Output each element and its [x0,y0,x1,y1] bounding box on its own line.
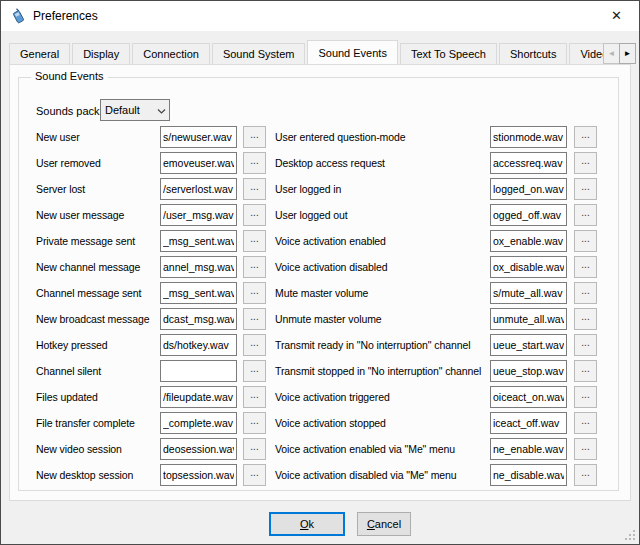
sound-event-row-unmute-master-volume: Unmute master volume... [275,306,605,332]
browse-button[interactable]: ... [243,152,266,174]
browse-button[interactable]: ... [574,308,597,330]
sound-event-label: Server lost [36,176,85,202]
sound-event-label: Hotkey pressed [36,332,108,358]
sound-event-row-new-user: New user... [36,124,304,150]
browse-button[interactable]: ... [243,282,266,304]
sound-event-row-voice-activation-disabled: Voice activation disabled... [275,254,605,280]
sound-file-input[interactable] [160,438,237,460]
sound-file-input[interactable] [490,204,567,226]
sound-file-input[interactable] [160,282,237,304]
sound-file-input[interactable] [160,412,237,434]
sound-file-input[interactable] [160,386,237,408]
sound-event-label: Voice activation stopped [275,410,386,436]
sound-event-row-file-transfer-complete: File transfer complete... [36,410,304,436]
sound-event-label: Desktop access request [275,150,385,176]
browse-button[interactable]: ... [574,126,597,148]
browse-button[interactable]: ... [574,178,597,200]
browse-button[interactable]: ... [574,230,597,252]
tab-general[interactable]: General [9,43,70,64]
browse-button[interactable]: ... [574,412,597,434]
sound-file-input[interactable] [490,256,567,278]
close-icon[interactable]: ✕ [594,1,639,31]
sound-file-input[interactable] [160,464,237,486]
sound-file-input[interactable] [490,308,567,330]
sound-event-label: Mute master volume [275,280,368,306]
browse-button[interactable]: ... [243,464,266,486]
tab-shortcuts[interactable]: Shortcuts [499,43,567,64]
sound-file-input[interactable] [160,230,237,252]
sound-event-row-hotkey-pressed: Hotkey pressed... [36,332,304,358]
tab-sound-system[interactable]: Sound System [212,43,306,64]
groupbox-title: Sound Events [31,70,108,82]
sound-file-input[interactable] [490,464,567,486]
browse-button[interactable]: ... [574,152,597,174]
sound-event-label: New user message [36,202,124,228]
sounds-pack-label: Sounds pack [36,100,100,122]
sound-file-input[interactable] [160,152,237,174]
sound-file-input[interactable] [160,204,237,226]
sound-file-input[interactable] [160,256,237,278]
sound-event-row-channel-message-sent: Channel message sent... [36,280,304,306]
browse-button[interactable]: ... [243,126,266,148]
ok-button[interactable]: Ok [269,512,345,536]
browse-button[interactable]: ... [243,412,266,434]
sound-event-row-user-entered-question-mode: User entered question-mode... [275,124,605,150]
sound-event-row-voice-activation-disabled-via-me-menu: Voice activation disabled via "Me" menu.… [275,462,605,488]
browse-button[interactable]: ... [243,256,266,278]
browse-button[interactable]: ... [243,230,266,252]
browse-button[interactable]: ... [574,360,597,382]
sound-file-input[interactable] [160,178,237,200]
preferences-window: Preferences ✕ GeneralDisplayConnectionSo… [0,0,640,545]
sound-file-input[interactable] [490,412,567,434]
sound-event-row-new-video-session: New video session... [36,436,304,462]
tab-display[interactable]: Display [72,43,130,64]
sound-file-input[interactable] [490,126,567,148]
sound-event-row-voice-activation-enabled-via-me-menu: Voice activation enabled via "Me" menu..… [275,436,605,462]
sounds-pack-select[interactable]: Default [100,99,170,121]
sound-event-row-desktop-access-request: Desktop access request... [275,150,605,176]
browse-button[interactable]: ... [243,178,266,200]
sound-event-row-voice-activation-triggered: Voice activation triggered... [275,384,605,410]
sound-file-input[interactable] [490,438,567,460]
browse-button[interactable]: ... [243,386,266,408]
sound-event-label: File transfer complete [36,410,135,436]
sound-file-input[interactable] [490,386,567,408]
sound-file-input[interactable] [160,334,237,356]
browse-button[interactable]: ... [574,464,597,486]
sound-file-input[interactable] [490,282,567,304]
tab-text-to-speech[interactable]: Text To Speech [400,43,497,64]
tab-sound-events[interactable]: Sound Events [307,40,398,64]
sound-file-input[interactable] [160,308,237,330]
sound-event-row-user-removed: User removed... [36,150,304,176]
browse-button[interactable]: ... [574,204,597,226]
browse-button[interactable]: ... [243,438,266,460]
sound-file-input[interactable] [490,152,567,174]
sound-event-row-files-updated: Files updated... [36,384,304,410]
sound-file-input[interactable] [160,360,237,382]
sound-file-input[interactable] [490,360,567,382]
tab-scroll-buttons: ◄ ► [603,43,637,64]
browse-button[interactable]: ... [243,308,266,330]
sound-event-label: New video session [36,436,122,462]
sound-file-input[interactable] [490,230,567,252]
sound-event-label: New channel message [36,254,140,280]
title-bar: Preferences ✕ [1,1,639,31]
browse-button[interactable]: ... [574,438,597,460]
sound-file-input[interactable] [490,178,567,200]
browse-button[interactable]: ... [243,360,266,382]
tab-scroll-right-icon[interactable]: ► [619,43,636,64]
tab-video[interactable]: Video [569,43,603,64]
tab-scroll-left-icon[interactable]: ◄ [603,43,620,64]
browse-button[interactable]: ... [574,334,597,356]
cancel-button[interactable]: Cancel [357,512,411,536]
sound-event-label: Transmit stopped in "No interruption" ch… [275,358,481,384]
sound-file-input[interactable] [160,126,237,148]
browse-button[interactable]: ... [243,204,266,226]
sound-file-input[interactable] [490,334,567,356]
browse-button[interactable]: ... [243,334,266,356]
tab-connection[interactable]: Connection [132,43,210,64]
browse-button[interactable]: ... [574,386,597,408]
resize-grip[interactable] [625,530,635,540]
browse-button[interactable]: ... [574,256,597,278]
browse-button[interactable]: ... [574,282,597,304]
